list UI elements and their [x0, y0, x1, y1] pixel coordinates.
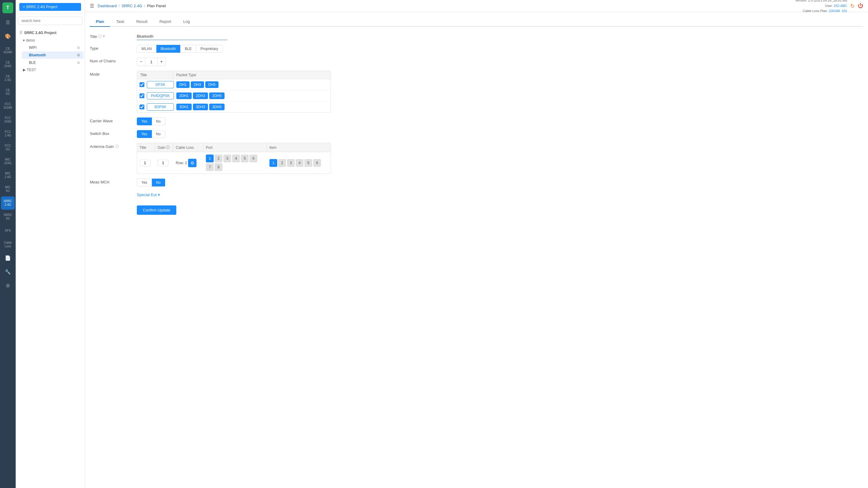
tree-group-demo-label[interactable]: ▾ demo	[21, 37, 85, 44]
type-btn-proprietary[interactable]: Proprietary	[196, 45, 223, 53]
tab-result[interactable]: Result	[130, 17, 153, 27]
sidebar-item-mic-5g[interactable]: MIC 5G	[1, 183, 15, 196]
carrier-wave-yes-btn[interactable]: Yes	[137, 118, 152, 125]
sidebar-item-fcc-24g[interactable]: FCC 2.4G	[1, 127, 15, 140]
packet-btn-dh1[interactable]: DH1	[176, 82, 190, 88]
antenna-title-input[interactable]	[140, 160, 150, 166]
sidebar-item-fcc-234g[interactable]: FCC 234G	[1, 113, 15, 127]
carrier-wave-no-btn[interactable]: No	[152, 118, 165, 125]
num-chains-ctrl: − 1 +	[137, 58, 331, 66]
packet-btn-2dh1[interactable]: 2DH1	[176, 93, 192, 99]
special-eut-control: Special Eut ▾	[137, 191, 331, 198]
title-help-icon[interactable]: ⓘ	[98, 34, 102, 39]
sidebar-item-fcc-5g[interactable]: FCC 5G	[1, 141, 15, 154]
switch-box-yes-btn[interactable]: Yes	[137, 130, 152, 138]
tab-log[interactable]: Log	[177, 17, 196, 27]
sidebar-item-srrc-5g[interactable]: SRRC 5G	[1, 210, 15, 224]
special-eut-label: Special Eut	[137, 193, 157, 197]
type-btn-wlan[interactable]: WLAN	[137, 45, 156, 53]
antenna-gear-button[interactable]: ⚙	[188, 159, 196, 167]
tree-item-wifi[interactable]: WIFI ⧉	[22, 44, 84, 51]
title-input[interactable]	[137, 33, 227, 40]
type-btn-group: WLAN Bluetooth BLE Proprietary	[137, 45, 331, 53]
sidebar-item-tools[interactable]: 🔧	[1, 266, 15, 279]
sidebar-item-label: CE 234G	[4, 61, 11, 68]
packet-btn-2dh3[interactable]: 2DH3	[193, 93, 208, 99]
port-btn-6[interactable]: 6	[250, 155, 257, 162]
gain-help-icon[interactable]: ⓘ	[166, 145, 170, 150]
item-btn-6[interactable]: 6	[313, 159, 321, 167]
item-btn-2[interactable]: 2	[278, 159, 286, 167]
sidebar-item-mic-24g[interactable]: MIC 2.4G	[1, 169, 15, 182]
sidebar-item-mic-234g[interactable]: MIC 234G	[1, 155, 15, 168]
sidebar-nav-toggle[interactable]: ☰	[1, 16, 15, 30]
add-project-button[interactable]: + SRRC 2.4G Project	[19, 3, 81, 11]
antenna-gain-help-icon[interactable]: ⓘ	[115, 144, 119, 149]
breadcrumb-project[interactable]: SRRC 2.4G	[121, 4, 142, 8]
port-btn-3[interactable]: 3	[223, 155, 231, 162]
item-btn-5[interactable]: 5	[304, 159, 312, 167]
menu-hamburger-icon[interactable]: ☰	[90, 3, 94, 9]
sidebar-item-ce-24g[interactable]: CE 2.4G	[1, 72, 15, 85]
switch-box-no-btn[interactable]: No	[152, 130, 165, 138]
tab-plan[interactable]: Plan	[90, 17, 110, 27]
mode-btn-pi4dqpsk[interactable]: Pi/4DQPSK	[147, 92, 174, 99]
mode-checkbox-pi4dqpsk[interactable]	[140, 93, 144, 98]
icon-sidebar: T ☰ 🎨 CE 5GNR CE 234G CE 2.4G CE 5G FCC …	[0, 0, 16, 488]
chain-increment-button[interactable]: +	[157, 58, 166, 66]
mode-btn-8dpsk[interactable]: 8DPSK	[147, 103, 174, 110]
packet-btn-dh3[interactable]: DH3	[191, 82, 204, 88]
port-btn-2[interactable]: 2	[215, 155, 222, 162]
chain-decrement-button[interactable]: −	[137, 58, 145, 66]
tree-group-test-label[interactable]: ▶ TEST	[21, 67, 85, 73]
tree-item-bluetooth[interactable]: Bluetooth ⧉	[22, 52, 84, 59]
power-icon[interactable]: ⏻	[858, 3, 863, 9]
tab-report[interactable]: Report	[153, 17, 177, 27]
sidebar-item-settings[interactable]: ⚙	[1, 280, 15, 293]
sidebar-item-dfs[interactable]: DFS	[1, 224, 15, 237]
port-btn-4[interactable]: 4	[232, 155, 240, 162]
tree-project-label[interactable]: ⠿ SRRC 2.4G Project	[16, 29, 85, 37]
app-logo[interactable]: T	[2, 2, 13, 13]
sidebar-item-palette[interactable]: 🎨	[1, 30, 15, 43]
breadcrumb-dashboard[interactable]: Dashboard	[98, 4, 117, 8]
title-control	[137, 33, 331, 40]
mode-checkbox-gfsk[interactable]	[140, 82, 144, 87]
packet-btn-2dh5[interactable]: 2DH5	[209, 93, 224, 99]
tree-item-ble[interactable]: BLE ⧉	[22, 59, 84, 66]
mode-btn-gfsk[interactable]: GFSK	[147, 81, 174, 88]
confirm-update-button[interactable]: Confirm Update	[137, 205, 176, 215]
tab-task[interactable]: Task	[110, 17, 130, 27]
user-link[interactable]: 252-ABC	[834, 4, 847, 7]
carrier-wave-label: Carrier Wave	[90, 118, 132, 123]
sidebar-item-ce-5gnr[interactable]: CE 5GNR	[1, 44, 15, 57]
meas-mch-no-btn[interactable]: No	[152, 178, 165, 187]
sidebar-item-ce-5g[interactable]: CE 5G	[1, 86, 15, 99]
packet-btn-3dh3[interactable]: 3DH3	[193, 104, 208, 110]
packet-btn-3dh5[interactable]: 3DH5	[209, 104, 224, 110]
port-btn-7[interactable]: 7	[206, 163, 214, 171]
sidebar-item-ce-234g[interactable]: CE 234G	[1, 58, 15, 71]
sidebar-item-cable-loss[interactable]: Cable Loss	[1, 238, 15, 251]
port-btn-1[interactable]: 1	[206, 155, 214, 162]
port-btn-8[interactable]: 8	[215, 163, 222, 171]
item-btn-4[interactable]: 4	[296, 159, 304, 167]
sidebar-item-doc[interactable]: 📄	[1, 252, 15, 265]
search-input[interactable]	[18, 17, 82, 25]
type-btn-bluetooth[interactable]: Bluetooth	[156, 45, 181, 53]
meas-mch-yes-btn[interactable]: Yes	[137, 178, 152, 187]
mode-checkbox-8dpsk[interactable]	[140, 104, 144, 109]
packet-btn-3dh1[interactable]: 3DH1	[176, 104, 192, 110]
sidebar-item-srrc-24g[interactable]: SRRC 2.4G	[1, 196, 15, 210]
antenna-gain-input[interactable]	[158, 160, 168, 166]
item-btn-3[interactable]: 3	[287, 159, 295, 167]
type-btn-ble[interactable]: BLE	[180, 45, 196, 53]
port-btn-5[interactable]: 5	[241, 155, 249, 162]
item-btn-1[interactable]: 1	[270, 159, 277, 167]
gfsk-packet-group: DH1 DH3 DH5	[176, 82, 328, 88]
packet-btn-dh5[interactable]: DH5	[205, 82, 218, 88]
refresh-icon[interactable]: ↻	[850, 3, 855, 9]
sidebar-item-fcc-5gnr[interactable]: FCC 5GNR	[1, 99, 15, 113]
tree-item-wifi-label: WIFI	[29, 45, 36, 50]
special-eut-button[interactable]: Special Eut ▾	[137, 191, 160, 198]
